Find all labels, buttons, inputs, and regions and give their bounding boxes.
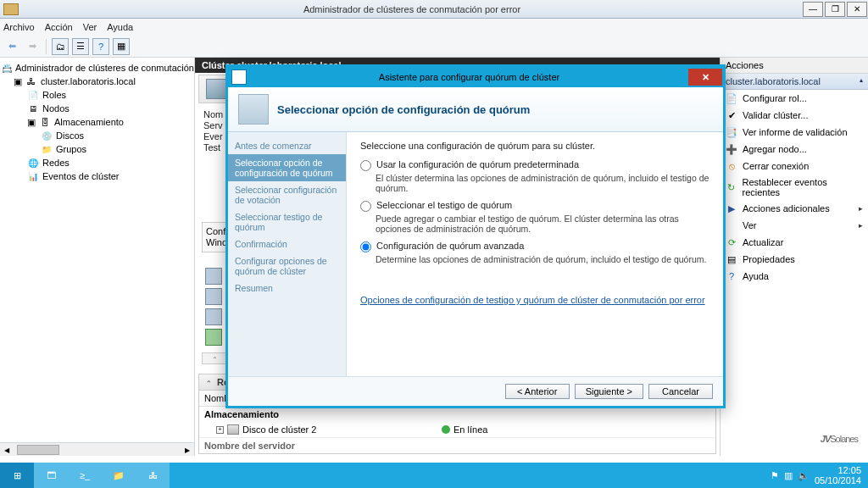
wizard-step-7[interactable]: Resumen (228, 280, 346, 297)
disk-icon: 💿 (41, 130, 53, 141)
wizard-option-advanced[interactable]: Configuración de quórum avanzada (360, 241, 709, 252)
side-icon-2[interactable] (205, 288, 222, 305)
tree-hscroll[interactable]: ◀ ▶ (0, 442, 194, 456)
side-icon-4[interactable] (205, 329, 222, 346)
wizard-next-button[interactable]: Siguiente > (575, 384, 643, 399)
minimize-button[interactable]: — (803, 2, 823, 17)
menu-ayuda[interactable]: Ayuda (107, 22, 133, 32)
nav-back-button[interactable]: ⬅ (3, 38, 20, 55)
action-validar[interactable]: ✔Validar clúster... (721, 107, 868, 124)
side-icon-3[interactable] (205, 308, 222, 325)
task-explorer[interactable]: 📁 (102, 463, 136, 488)
tree-almacenamiento[interactable]: ▣🗄Almacenamiento (2, 115, 192, 129)
wizard-close-button[interactable]: ✕ (688, 69, 722, 86)
wizard-help-link[interactable]: Opciones de configuración de testigo y q… (360, 295, 705, 305)
actions-pane: Acciones cluster.laboratoris.local▴ 📄Con… (720, 58, 868, 456)
menu-archivo[interactable]: Archivo (3, 22, 35, 32)
side-icon-1[interactable] (205, 268, 222, 285)
system-tray[interactable]: ⚑ ▥ 🔈 12:05 05/10/2014 (764, 465, 868, 485)
tray-network-icon[interactable]: ▥ (784, 470, 793, 481)
expand-row-icon[interactable]: + (216, 426, 224, 434)
actions-section[interactable]: cluster.laboratoris.local▴ (721, 74, 868, 90)
toolbar-btn-2[interactable]: ☰ (72, 38, 89, 55)
wizard-step-2[interactable]: Seleccionar opción de configuración de q… (228, 154, 346, 181)
menu-accion[interactable]: Acción (45, 22, 73, 32)
wizard-option-default[interactable]: Usar la configuración de quórum predeter… (360, 159, 709, 171)
maximize-button[interactable]: ❐ (825, 2, 845, 17)
wizard-step-5[interactable]: Confirmación (228, 236, 346, 252)
wizard-step-4[interactable]: Seleccionar testigo de quórum (228, 208, 346, 236)
task-powershell[interactable]: ≥_ (68, 463, 102, 488)
action-informe[interactable]: 📑Ver informe de validación (721, 124, 868, 141)
scroll-left-icon[interactable]: ◀ (0, 443, 14, 457)
tree-redes[interactable]: 🌐Redes (2, 156, 192, 169)
tree-eventos[interactable]: 📊Eventos de clúster (2, 169, 192, 183)
close-button[interactable]: ✕ (847, 2, 867, 17)
help-icon: ? (726, 270, 737, 282)
action-cerrar-conexion[interactable]: ⦸Cerrar conexión (721, 158, 868, 175)
radio-default[interactable] (360, 160, 371, 171)
toolbar-btn-1[interactable]: 🗂 (52, 38, 69, 55)
chevron-up-icon[interactable]: ⌃ (206, 380, 212, 387)
add-node-icon: ➕ (726, 143, 737, 155)
tray-flag-icon[interactable]: ⚑ (771, 470, 779, 481)
wizard-header-icon (238, 94, 269, 125)
tree-nodos[interactable]: 🖥Nodos (2, 102, 192, 115)
more-actions-icon: ▶ (726, 202, 737, 214)
tree-root[interactable]: 📇Administrador de clústeres de conmutaci… (2, 61, 192, 75)
task-cluster-manager[interactable]: 🖧 (136, 463, 170, 488)
wizard-option-witness-desc: Puede agregar o cambiar el testigo de qu… (376, 214, 709, 234)
help-button[interactable]: ? (92, 38, 109, 55)
radio-witness[interactable] (360, 201, 371, 212)
nav-forward-button[interactable]: ➡ (24, 38, 41, 55)
wizard-prev-button[interactable]: < Anterior (505, 384, 570, 399)
section-collapse[interactable]: ⌃ (202, 352, 227, 364)
tree-discos[interactable]: 💿Discos (2, 129, 192, 142)
action-agregar-nodo[interactable]: ➕Agregar nodo... (721, 141, 868, 158)
taskbar-clock[interactable]: 12:05 05/10/2014 (815, 465, 861, 485)
task-server-manager[interactable]: 🗔 (34, 463, 68, 488)
network-icon: 🌐 (27, 157, 39, 169)
action-ayuda[interactable]: ?Ayuda (721, 268, 868, 285)
resource-row-disk2[interactable]: +Disco de clúster 2 En línea (199, 422, 715, 437)
wizard-step-6[interactable]: Configurar opciones de quórum de clúster (228, 252, 346, 280)
wizard-header: Seleccionar opción de configuración de q… (228, 87, 723, 132)
tray-sound-icon[interactable]: 🔈 (798, 470, 810, 481)
tree-roles[interactable]: 📄Roles (2, 88, 192, 102)
status-online-icon (442, 425, 450, 434)
nodes-icon: 🖥 (27, 103, 39, 114)
menu-bar: Archivo Acción Ver Ayuda (0, 19, 868, 36)
wizard-cancel-button[interactable]: Cancelar (648, 384, 713, 399)
resource-group-almacenamiento[interactable]: Almacenamiento (199, 407, 715, 422)
action-configurar-rol[interactable]: 📄Configurar rol... (721, 90, 868, 107)
wizard-step-1[interactable]: Antes de comenzar (228, 137, 346, 154)
nav-tree: 📇Administrador de clústeres de conmutaci… (0, 58, 194, 442)
toolbar-btn-3[interactable]: ▦ (113, 38, 130, 55)
start-button[interactable]: ⊞ (0, 463, 34, 488)
action-ver[interactable]: Ver▸ (721, 217, 868, 234)
wizard-titlebar[interactable]: Asistente para configurar quórum de clús… (228, 67, 723, 87)
wizard-app-icon (231, 69, 247, 85)
action-propiedades[interactable]: ▤Propiedades (721, 251, 868, 268)
validate-icon: ✔ (726, 109, 737, 121)
wizard-option-witness[interactable]: Seleccionar el testigo de quórum (360, 200, 709, 212)
wizard-step-3[interactable]: Seleccionar configuración de votación (228, 181, 346, 208)
expand-icon[interactable]: ▣ (27, 117, 36, 128)
tree-grupos[interactable]: 📁Grupos (2, 142, 192, 156)
action-actualizar[interactable]: ⟳Actualizar (721, 234, 868, 251)
row-name: Disco de clúster 2 (242, 424, 316, 435)
toolbar: ⬅ ➡ 🗂 ☰ ? ▦ (0, 36, 868, 58)
action-adicionales[interactable]: ▶Acciones adicionales▸ (721, 200, 868, 217)
watermark: JVSolanes (821, 410, 858, 451)
resource-group-server[interactable]: Nombre del servidor (199, 437, 715, 453)
menu-ver[interactable]: Ver (83, 22, 97, 32)
tree-cluster[interactable]: ▣🖧cluster.laboratoris.local (2, 75, 192, 88)
action-restablecer-eventos[interactable]: ↻Restablecer eventos recientes (721, 175, 868, 200)
expand-icon[interactable]: ▣ (14, 76, 22, 87)
scroll-thumb[interactable] (17, 445, 59, 455)
radio-advanced[interactable] (360, 241, 371, 252)
events-icon: 📊 (27, 170, 39, 182)
wizard-heading: Seleccionar opción de configuración de q… (277, 103, 530, 116)
scroll-right-icon[interactable]: ▶ (181, 443, 194, 457)
cluster-icon: 🖧 (25, 75, 37, 87)
